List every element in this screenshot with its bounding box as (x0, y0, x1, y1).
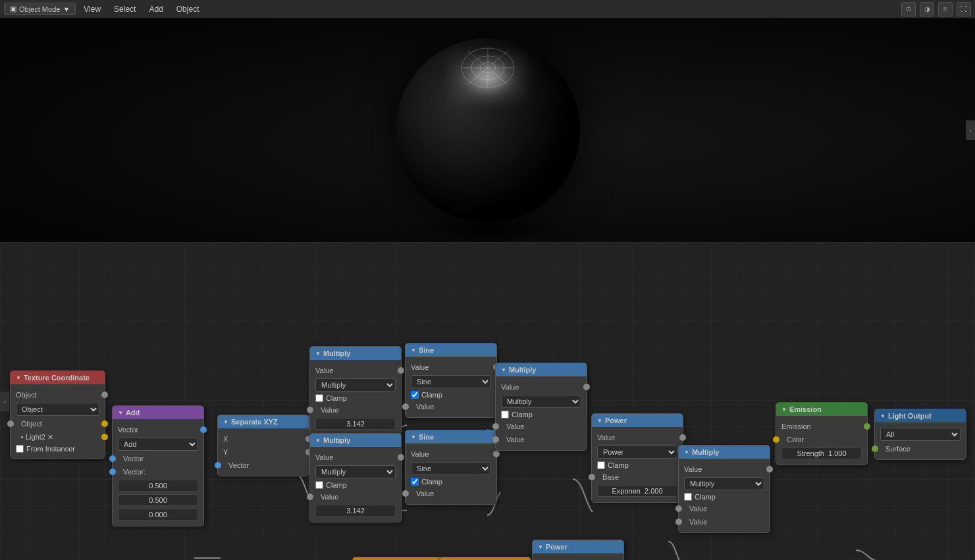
p1-clamp-checkbox[interactable] (597, 461, 605, 469)
tc-from-instancer-checkbox[interactable] (16, 445, 24, 453)
m2-clamp-label: Clamp (326, 481, 347, 489)
em-strength-field[interactable] (781, 447, 862, 459)
m1-clamp-label: Clamp (326, 394, 347, 402)
node-texture-coordinate-header[interactable]: ▼ Texture Coordinate (11, 371, 105, 384)
m1-value-in-row: Value (310, 403, 401, 417)
p1-value-out-label: Value (597, 434, 677, 442)
viewport-shading-icon[interactable]: ◑ (920, 2, 934, 16)
settings-icon[interactable]: ≡ (938, 2, 953, 16)
em-color-label: Color (787, 436, 862, 444)
m1-clamp-checkbox[interactable] (315, 394, 323, 402)
node-separate-xyz: ▼ Separate XYZ X Y Vector (217, 415, 309, 476)
node-power2-header[interactable]: ▼ Power (533, 540, 623, 553)
add-y-value[interactable] (118, 494, 198, 506)
em-color-socket (773, 436, 779, 443)
menu-view[interactable]: View (78, 3, 106, 15)
node-add-header[interactable]: ▼ Add (113, 406, 203, 419)
m4-clamp-row: Clamp (679, 492, 770, 502)
node-sine2-header[interactable]: ▼ Sine (406, 430, 496, 444)
node-light-output-header[interactable]: ▼ Light Output (875, 409, 966, 422)
sepxyz-x-row: X (218, 432, 309, 445)
add-type-dropdown[interactable]: Add (118, 438, 198, 451)
m2-type-dropdown[interactable]: Multiply (315, 465, 396, 478)
m2-value-in-label: Value (321, 493, 396, 501)
m1-type-dropdown[interactable]: Multiply (315, 378, 396, 392)
tc-dropdown[interactable]: Object (16, 403, 99, 416)
node-multiply4-title: Multiply (692, 448, 720, 456)
node-light-output-body: All Surface (875, 422, 966, 459)
menu-add[interactable]: Add (144, 3, 168, 15)
m3-clamp-row: Clamp (496, 409, 587, 420)
s1-clamp-checkbox[interactable] (411, 391, 419, 399)
m1-value-field[interactable] (315, 418, 396, 430)
m4-type-dropdown[interactable]: Multiply (684, 477, 764, 490)
m4-v1-socket (675, 505, 682, 512)
em-emission-out-row: Emission (776, 420, 867, 433)
s2-clamp-checkbox[interactable] (411, 478, 419, 486)
m3-clamp-checkbox[interactable] (501, 411, 509, 419)
node-emission-header[interactable]: ▼ Emission (776, 403, 867, 416)
sep-xyz-collapse-icon: ▼ (223, 419, 228, 425)
p1-clamp-label: Clamp (608, 461, 629, 469)
viewport-collapse-right[interactable]: › (966, 120, 975, 140)
m1-clamp-row: Clamp (310, 393, 401, 403)
m4-v2-socket (675, 519, 682, 525)
node-sine1-header[interactable]: ▼ Sine (406, 344, 496, 357)
node-multiply3-header[interactable]: ▼ Multiply (496, 363, 587, 376)
p1-exponent-field[interactable] (597, 485, 677, 497)
power1-collapse-icon: ▼ (597, 418, 602, 424)
p1-value-out-socket (679, 434, 686, 441)
node-power1-header[interactable]: ▼ Power (592, 414, 683, 427)
tc-object-label: Object (16, 391, 99, 399)
m2-clamp-row: Clamp (310, 480, 401, 490)
add-z-value[interactable] (118, 509, 198, 521)
tc-object2-label: Object (21, 420, 99, 428)
p2-value-out-row: Value (533, 557, 623, 560)
sepxyz-y-row: Y (218, 445, 309, 459)
m2-value-field[interactable] (315, 505, 396, 517)
topbar: ▣ Object Mode ▼ View Select Add Object ⊙… (0, 0, 975, 18)
node-voronoi-header[interactable]: ▼ Voronoi Texture (353, 557, 444, 560)
node-multiply4-body: Value Multiply Clamp Value Value (679, 459, 770, 532)
p1-type-dropdown[interactable]: Power (597, 445, 677, 459)
node-emission-body: Emission Color (776, 416, 867, 465)
tc-from-instancer-label: From Instancer (26, 445, 75, 453)
node-invert-header[interactable]: ▼ Invert (440, 557, 531, 560)
m2-value-in-row: Value (310, 490, 401, 503)
m4-clamp-checkbox[interactable] (684, 493, 692, 501)
add-x-value[interactable] (118, 480, 198, 492)
s2-clamp-label: Clamp (421, 478, 442, 486)
m3-type-dropdown[interactable]: Multiply (501, 395, 581, 408)
s2-value-in-row: Value (406, 487, 496, 500)
node-separate-xyz-header[interactable]: ▼ Separate XYZ (218, 415, 309, 428)
node-emission-title: Emission (789, 405, 822, 413)
node-texture-coordinate-body: Object Object Object ▪ Light2 ✕ From Ins… (11, 384, 105, 458)
overlay-icon[interactable]: ⊙ (901, 2, 916, 16)
node-multiply1-header[interactable]: ▼ Multiply (310, 347, 401, 360)
node-power2: ▼ Power Value Power Clamp Base (532, 540, 624, 560)
m2-clamp-checkbox[interactable] (315, 481, 323, 489)
multiply1-collapse-icon: ▼ (315, 351, 321, 357)
node-editor-collapse-left[interactable]: ‹ (0, 392, 9, 411)
light-output-collapse-icon: ▼ (880, 413, 885, 419)
node-multiply2-header[interactable]: ▼ Multiply (310, 434, 401, 447)
add-v1-label: Vector (123, 455, 198, 463)
node-power2-title: Power (546, 543, 567, 551)
s1-type-dropdown[interactable]: Sine (411, 375, 491, 388)
emission-collapse-icon: ▼ (781, 407, 787, 413)
node-add-collapse-icon: ▼ (118, 410, 123, 416)
fullscreen-icon[interactable]: ⛶ (957, 2, 971, 16)
p1-value-out-row: Value (592, 431, 683, 444)
s2-type-dropdown[interactable]: Sine (411, 462, 491, 475)
node-multiply4-header[interactable]: ▼ Multiply (679, 445, 770, 459)
sphere (396, 38, 580, 222)
add-vector-out-socket (200, 426, 207, 433)
menu-object[interactable]: Object (171, 3, 205, 15)
node-light-output: ▼ Light Output All Surface (874, 409, 966, 460)
s2-value-out-label: Value (411, 450, 491, 458)
menu-select[interactable]: Select (109, 3, 141, 15)
object-mode-button[interactable]: ▣ Object Mode ▼ (4, 3, 76, 15)
lo-all-dropdown[interactable]: All (880, 428, 961, 441)
tc-light2-row: ▪ Light2 ✕ (11, 430, 105, 444)
node-multiply2: ▼ Multiply Value Multiply Clamp Value (309, 433, 402, 522)
